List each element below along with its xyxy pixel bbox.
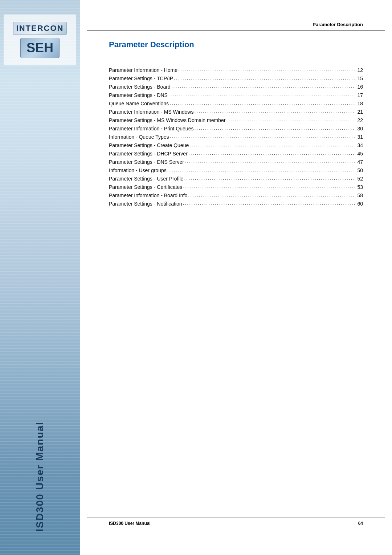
toc-entry: Parameter Settings - DNS17: [109, 92, 363, 98]
toc-entry-label: Parameter Settings - MS Windows Domain m…: [109, 117, 225, 123]
header-title: Parameter Description: [313, 22, 363, 27]
toc-entry: Parameter Information - Home12: [109, 67, 363, 73]
chapter-title-area: Parameter Description: [87, 40, 216, 60]
toc-dots: [174, 75, 355, 81]
seh-logo: SEH: [20, 38, 60, 58]
toc-dots: [188, 192, 355, 198]
toc-page-number: 50: [357, 167, 363, 173]
toc-entry: Parameter Settings - Notification60: [109, 201, 363, 207]
toc-entry-label: Parameter Information - Home: [109, 67, 177, 73]
toc-page-number: 53: [357, 184, 363, 190]
toc-entry-label: Parameter Settings - Create Queue: [109, 142, 189, 148]
toc-entry: Parameter Information - Print Queues30: [109, 126, 363, 131]
toc-entry: Parameter Settings - MS Windows Domain m…: [109, 117, 363, 123]
toc-page-number: 12: [357, 67, 363, 73]
toc-entry: Parameter Information - Board Info58: [109, 193, 363, 198]
toc-entry: Parameter Settings - TCP/IP15: [109, 76, 363, 81]
toc-dots: [189, 142, 355, 147]
toc-entry-label: Information - Queue Types: [109, 134, 169, 140]
toc-entry: Parameter Settings - Board16: [109, 84, 363, 90]
toc-page-number: 45: [357, 151, 363, 157]
toc-entry: Parameter Settings - DNS Server47: [109, 159, 363, 165]
toc-dots: [185, 158, 355, 164]
toc-entry-label: Parameter Settings - TCP/IP: [109, 76, 173, 81]
sidebar: INTERCON SEH ISD300 User Manual: [0, 0, 80, 555]
toc-dots: [170, 100, 355, 106]
toc-entry-label: Parameter Information - MS Windows: [109, 109, 193, 115]
toc-page-number: 31: [357, 134, 363, 140]
toc-entry-label: Parameter Settings - User Profile: [109, 176, 183, 182]
toc-page-number: 17: [357, 92, 363, 98]
toc-dots: [194, 108, 355, 114]
toc-entry-label: Parameter Information - Print Queues: [109, 126, 193, 131]
toc-entry: Parameter Settings - Certificates53: [109, 184, 363, 190]
footer-page-number: 64: [358, 521, 363, 526]
toc-page-number: 34: [357, 142, 363, 148]
chapter-heading: Parameter Description: [109, 40, 194, 49]
toc-page-number: 15: [357, 76, 363, 81]
toc-dots: [168, 92, 355, 97]
toc-entry-label: Queue Name Conventions: [109, 101, 169, 106]
toc-dots: [178, 66, 355, 72]
page-footer: ISD300 User Manual 64: [87, 518, 385, 526]
logo-area: INTERCON SEH: [4, 15, 76, 65]
toc-entry: Queue Name Conventions18: [109, 101, 363, 106]
toc-entry-label: Parameter Settings - DNS Server: [109, 159, 184, 165]
toc-page-number: 18: [357, 101, 363, 106]
toc-entry-label: Parameter Settings - Notification: [109, 201, 182, 207]
toc-entry: Information - Queue Types31: [109, 134, 363, 140]
toc-page-number: 22: [357, 117, 363, 123]
toc-dots: [226, 117, 355, 122]
toc-entry: Parameter Information - MS Windows21: [109, 109, 363, 115]
toc-dots: [183, 200, 355, 206]
toc-dots: [171, 83, 355, 89]
toc-page-number: 30: [357, 126, 363, 131]
toc-page-number: 52: [357, 176, 363, 182]
toc-entry-label: Parameter Settings - Board: [109, 84, 171, 90]
toc-page-number: 58: [357, 193, 363, 198]
toc-entry-label: Parameter Settings - DNS: [109, 92, 168, 98]
toc-dots: [184, 175, 355, 181]
toc-entry: Parameter Settings - Create Queue34: [109, 142, 363, 148]
toc-entry: Parameter Settings - User Profile52: [109, 176, 363, 182]
toc-dots: [183, 183, 355, 189]
toc-entry-label: Information - User groups: [109, 167, 167, 173]
toc-dots: [194, 125, 355, 131]
intercon-logo: INTERCON: [13, 22, 67, 35]
toc-entry-label: Parameter Settings - DHCP Server: [109, 151, 188, 157]
footer-manual-name: ISD300 User Manual: [109, 521, 151, 526]
sidebar-vertical-text: ISD300 User Manual: [34, 421, 46, 532]
toc-page-number: 21: [357, 109, 363, 115]
toc-entry: Information - User groups50: [109, 167, 363, 173]
toc-page-number: 47: [357, 159, 363, 165]
toc-entry-label: Parameter Information - Board Info: [109, 193, 187, 198]
page-header: Parameter Description: [87, 22, 385, 31]
toc-entry: Parameter Settings - DHCP Server45: [109, 151, 363, 157]
toc-dots: [188, 150, 355, 156]
toc-page-number: 16: [357, 84, 363, 90]
toc-dots: [167, 167, 355, 173]
toc-dots: [170, 133, 355, 139]
toc-page-number: 60: [357, 201, 363, 207]
toc-entry-label: Parameter Settings - Certificates: [109, 184, 182, 190]
toc-area: Parameter Information - Home12Parameter …: [87, 67, 385, 209]
